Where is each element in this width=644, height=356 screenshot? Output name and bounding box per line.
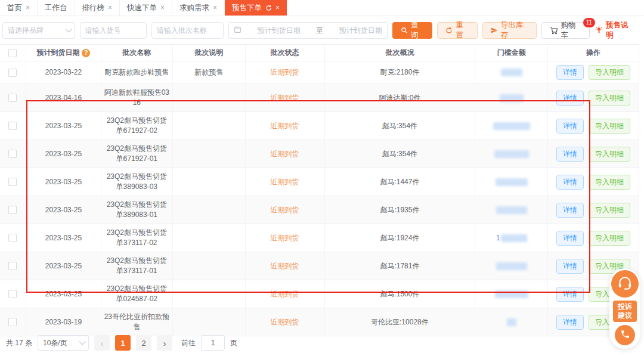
batch-status-cell: 近期到货 [246,252,325,280]
batch-name-cell: 23Q2彪马预售切货单389083-01 [101,196,173,224]
item-no-input[interactable]: 请输入货号 [80,22,147,39]
detail-button[interactable]: 详情 [556,315,584,330]
tab-首页[interactable]: 首页× [0,0,38,16]
arrival-date-cell: 2023-03-25 [26,140,101,168]
batch-overview-cell: 阿迪达斯:0件 [325,84,476,112]
row-checkbox[interactable] [8,69,17,77]
row-checkbox[interactable] [8,234,17,242]
batch-overview-cell: 彪马:1781件 [325,252,476,280]
row-checkbox[interactable] [8,122,17,130]
row-select-cell [0,168,26,196]
detail-button[interactable]: 详情 [556,231,584,246]
row-checkbox[interactable] [8,94,17,102]
batch-name-cell: 23Q2彪马预售切货单671927-01 [101,140,173,168]
detail-button[interactable]: 详情 [556,119,584,134]
help-icon[interactable]: ? [82,49,90,57]
tab-排行榜[interactable]: 排行榜× [75,0,120,16]
arrival-date-cell-text: 2023-04-16 [45,93,82,103]
threshold-amount-masked [495,290,528,298]
row-checkbox[interactable] [8,290,17,298]
close-icon[interactable]: × [26,4,30,11]
threshold-amount-cell [475,84,548,112]
next-page-button[interactable]: › [157,335,172,351]
row-checkbox[interactable] [8,150,17,158]
cart-button[interactable]: 购物车 11 [541,22,590,39]
arrival-date-cell-text: 2023-03-25 [45,233,82,243]
batch-overview-cell-text: 彪马:1924件 [380,233,419,243]
pagination: 共 17 条 10条/页 ‹ 12 › 前往 页 [6,335,237,351]
prev-page-button[interactable]: ‹ [94,335,110,351]
tab-求购需求[interactable]: 求购需求× [172,0,225,16]
row-checkbox[interactable] [8,178,17,186]
tab-工作台[interactable]: 工作台 [38,0,75,16]
threshold-amount-masked [507,318,516,326]
row-select-cell [0,224,26,252]
refresh-icon[interactable] [265,5,272,11]
export-stock-button[interactable]: 导出库存 [482,22,537,39]
close-icon[interactable]: × [213,4,217,11]
import-detail-button[interactable]: 导入明细 [589,65,630,80]
batch-name-cell: 23Q2彪马预售切货单373117-02 [101,224,173,252]
detail-button[interactable]: 详情 [556,203,584,218]
phone-icon [620,329,630,341]
query-button[interactable]: 查询 [392,22,433,39]
row-actions-cell: 详情导入明细 [548,112,639,140]
row-select-cell [0,140,26,168]
import-detail-button[interactable]: 导入明细 [589,147,630,162]
row-checkbox[interactable] [8,318,17,326]
header-cell-2: 批次名称 [101,45,173,61]
column-label: 批次状态 [271,48,299,58]
arrival-date-cell-text: 2023-03-25 [45,261,82,271]
detail-button[interactable]: 详情 [556,65,584,80]
tab-快速下单[interactable]: 快速下单× [120,0,172,16]
threshold-amount-prefix: 1 [496,233,500,243]
close-icon[interactable]: × [108,4,112,11]
import-detail-button[interactable]: 导入明细 [589,231,630,246]
row-checkbox[interactable] [8,206,17,214]
presale-note-label: 预售说明 [606,20,633,41]
batch-overview-cell: 彪马:354件 [325,112,476,140]
import-detail-button[interactable]: 导入明细 [589,119,630,134]
row-actions-cell: 详情导入明细 [548,84,639,112]
refresh-icon [445,27,453,34]
arrival-date-cell: 2023-03-19 [26,308,101,336]
batch-name-input[interactable]: 请输入批次名称 [151,22,224,39]
select-all-checkbox[interactable] [8,49,17,57]
detail-button[interactable]: 详情 [556,147,584,162]
row-checkbox[interactable] [8,262,17,270]
detail-button[interactable]: 详情 [556,91,584,106]
complaint-suggestion-button[interactable]: 投诉 建议 [613,301,637,322]
page-size-select[interactable]: 10条/页 [38,335,89,351]
presale-note-link[interactable]: 预售说明 [595,20,633,41]
phone-contact-button[interactable] [615,325,635,345]
threshold-amount-cell [475,140,548,168]
arrival-date-range-picker[interactable]: 预计到货日期 至 预计到货日期 [228,22,388,39]
tab-label: 工作台 [45,3,67,13]
page-button-2[interactable]: 2 [136,335,151,351]
detail-button[interactable]: 详情 [556,175,584,190]
page-button-1[interactable]: 1 [115,335,131,351]
import-detail-button[interactable]: 导入明细 [589,175,630,190]
close-icon[interactable]: × [160,4,165,11]
table-row: 2023-04-16阿迪新款鞋服预售0316近期到货阿迪达斯:0件详情导入明细 [0,84,639,112]
brand-select[interactable]: 请选择品牌 [2,22,75,39]
tab-label: 快速下单 [127,3,157,13]
detail-button[interactable]: 详情 [556,259,584,274]
batch-overview-cell: 彪马:1924件 [325,224,476,252]
threshold-amount-masked [501,234,527,242]
batch-status-cell-text: 近期到货 [271,177,299,187]
tab-预售下单[interactable]: 预售下单× [225,0,287,16]
row-select-cell [0,196,26,224]
reset-button[interactable]: 重置 [437,22,478,39]
batch-overview-cell: 彪马:1935件 [325,196,476,224]
import-detail-button[interactable]: 导入明细 [589,91,630,106]
customer-service-button[interactable] [611,270,639,298]
import-detail-button[interactable]: 导入明细 [589,203,630,218]
arrival-date-cell-text: 2023-03-25 [45,289,82,299]
arrival-date-cell: 2023-04-16 [26,84,101,112]
detail-button[interactable]: 详情 [556,287,584,302]
table-row: 2023-03-2523Q2彪马预售切货单024587-02近期到货彪马:150… [0,280,639,308]
goto-page-input[interactable] [201,335,225,351]
batch-overview-cell-text: 彪马:1500件 [380,289,419,299]
close-icon[interactable]: × [275,4,280,11]
